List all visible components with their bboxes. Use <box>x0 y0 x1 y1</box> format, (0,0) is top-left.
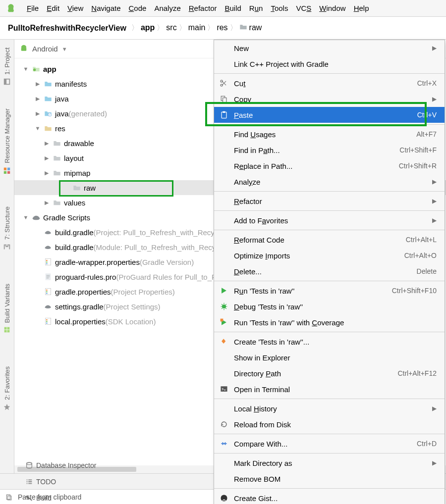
menu-shortcut: Ctrl+V <box>417 111 437 119</box>
props-icon <box>43 288 53 296</box>
menu-item-open-in-terminal[interactable]: Open in Terminal <box>214 381 445 397</box>
gradle-icon <box>31 214 41 221</box>
menu-item-cut[interactable]: CutCtrl+X <box>214 75 445 91</box>
menu-item-label: Link C++ Project with Gradle <box>234 60 437 68</box>
menu-code[interactable]: Code <box>125 3 151 13</box>
menu-item-local-history[interactable]: Local History▶ <box>214 401 445 416</box>
menu-help[interactable]: Help <box>350 3 373 13</box>
menu-item-link-c-project-with-gradle[interactable]: Link C++ Project with Gradle <box>214 56 445 72</box>
rail-tab-resource-manager[interactable]: Resource Manager <box>3 103 11 177</box>
expand-down-icon[interactable]: ▼ <box>20 214 31 220</box>
menu-item-reload-from-disk[interactable]: Reload from Disk <box>214 416 445 432</box>
structure-icon <box>3 243 11 251</box>
menu-item-run-tests-in-raw-with-coverage[interactable]: Run 'Tests in 'raw'' with Coverage <box>214 314 445 330</box>
tool-todo[interactable]: TODO <box>22 478 99 486</box>
chevron-right-icon: 〉 <box>230 23 237 32</box>
breadcrumb-src[interactable]: src <box>166 23 176 32</box>
menu-item-remove-bom[interactable]: Remove BOM <box>214 471 445 487</box>
folder-gray-icon <box>52 140 62 147</box>
menu-file[interactable]: File <box>23 3 43 13</box>
svg-point-12 <box>33 68 36 71</box>
expand-down-icon[interactable]: ▼ <box>20 66 31 72</box>
menu-analyze[interactable]: Analyze <box>150 3 184 13</box>
menu-run[interactable]: Run <box>245 3 267 13</box>
props-icon <box>43 317 53 325</box>
menu-item-label: Refactor <box>234 197 427 205</box>
breadcrumb-res[interactable]: res <box>217 23 227 32</box>
menu-item-create-gist[interactable]: Create Gist... <box>214 490 445 504</box>
expand-right-icon[interactable]: ▶ <box>32 96 43 102</box>
menu-item-debug-tests-in-raw[interactable]: Debug 'Tests in 'raw'' <box>214 299 445 314</box>
menu-navigate[interactable]: Navigate <box>87 3 124 13</box>
menu-item-mark-directory-as[interactable]: Mark Directory as▶ <box>214 455 445 471</box>
expand-right-icon[interactable]: ▶ <box>32 81 43 87</box>
expand-right-icon[interactable]: ▶ <box>41 155 52 161</box>
menu-item-compare-with[interactable]: Compare With...Ctrl+D <box>214 436 445 452</box>
svg-rect-35 <box>223 111 225 113</box>
expand-right-icon[interactable]: ▶ <box>41 200 52 206</box>
menu-tools[interactable]: Tools <box>267 3 292 13</box>
menu-vcs[interactable]: VCS <box>292 3 315 13</box>
clipboard-icon <box>5 493 13 501</box>
tree-label-detail: (Gradle Version) <box>140 258 194 266</box>
tree-label: raw <box>84 184 96 192</box>
menu-item-replace-in-path[interactable]: Replace in Path...Ctrl+Shift+R <box>214 158 445 174</box>
breadcrumb-app[interactable]: app <box>141 23 155 32</box>
menu-item-new[interactable]: New▶ <box>214 40 445 56</box>
menu-item-directory-path[interactable]: Directory PathCtrl+Alt+F12 <box>214 365 445 381</box>
menu-shortcut: Ctrl+Shift+R <box>399 162 437 170</box>
menu-item-run-tests-in-raw[interactable]: Run 'Tests in 'raw''Ctrl+Shift+F10 <box>214 283 445 299</box>
main-menu-bar: FileEditViewNavigateCodeAnalyzeRefactorB… <box>0 0 446 17</box>
menu-item-label: Create 'Tests in 'raw''... <box>234 338 437 346</box>
menu-view[interactable]: View <box>63 3 87 13</box>
project-view-mode[interactable]: Android ▼ <box>19 45 67 53</box>
menu-separator <box>214 453 445 454</box>
menu-item-add-to-favorites[interactable]: Add to Favorites▶ <box>214 212 445 228</box>
chevron-right-icon: 〉 <box>207 23 215 32</box>
menu-build[interactable]: Build <box>221 3 245 13</box>
menu-item-paste[interactable]: PasteCtrl+V <box>214 107 445 123</box>
menu-item-copy[interactable]: Copy▶ <box>214 91 445 107</box>
expand-right-icon[interactable]: ▶ <box>32 110 43 117</box>
svg-rect-24 <box>46 319 48 320</box>
menu-shortcut: Ctrl+Alt+L <box>406 236 437 244</box>
tree-label: proguard-rules.pro <box>55 273 116 281</box>
menu-item-label: Remove BOM <box>234 475 437 483</box>
submenu-arrow-icon: ▶ <box>432 96 437 102</box>
menu-item-create-tests-in-raw[interactable]: Create 'Tests in 'raw''... <box>214 334 445 350</box>
breadcrumb-main[interactable]: main <box>188 23 206 32</box>
menu-item-refactor[interactable]: Refactor▶ <box>214 193 445 209</box>
menu-item-delete[interactable]: Delete...Delete <box>214 263 445 279</box>
project-mode-label: Android <box>32 45 58 53</box>
menu-edit[interactable]: Edit <box>43 3 63 13</box>
tree-label: manifests <box>55 80 87 88</box>
breadcrumb-raw[interactable]: raw <box>239 23 262 32</box>
menu-item-reformat-code[interactable]: Reformat CodeCtrl+Alt+L <box>214 232 445 248</box>
menu-window[interactable]: Window <box>315 3 349 13</box>
svg-rect-21 <box>46 291 48 292</box>
folder-gray-icon <box>72 184 82 191</box>
menu-item-find-usages[interactable]: Find UsagesAlt+F7 <box>214 126 445 142</box>
menu-refactor[interactable]: Refactor <box>185 3 221 13</box>
breadcrumb-root[interactable]: PulltoRefreshwithRecyclerView <box>8 24 126 33</box>
rail-tab-1-project[interactable]: 1: Project <box>3 43 11 89</box>
expand-down-icon[interactable]: ▼ <box>32 125 43 131</box>
menu-shortcut: Ctrl+Alt+F12 <box>397 369 437 377</box>
menu-item-show-in-explorer[interactable]: Show in Explorer <box>214 350 445 365</box>
menu-item-optimize-imports[interactable]: Optimize ImportsCtrl+Alt+O <box>214 248 445 263</box>
menu-shortcut: Ctrl+Shift+F10 <box>392 287 437 295</box>
rail-tab-7-structure[interactable]: 7: Structure <box>3 202 11 253</box>
menu-item-label: Mark Directory as <box>234 459 427 467</box>
menu-item-analyze[interactable]: Analyze▶ <box>214 174 445 190</box>
expand-right-icon[interactable]: ▶ <box>41 140 52 147</box>
left-tool-rail: 1: ProjectResource Manager7: StructureBu… <box>0 40 14 473</box>
expand-right-icon[interactable]: ▶ <box>41 170 52 176</box>
rail-tab-build-variants[interactable]: Build Variants <box>3 279 11 337</box>
menu-separator <box>214 434 445 434</box>
github-icon <box>219 494 229 503</box>
terminal-icon <box>219 385 229 394</box>
compare-icon <box>219 439 229 448</box>
menu-item-find-in-path[interactable]: Find in Path...Ctrl+Shift+F <box>214 142 445 158</box>
rail-tab-2-favorites[interactable]: 2: Favorites <box>3 361 11 414</box>
svg-rect-16 <box>46 261 48 262</box>
